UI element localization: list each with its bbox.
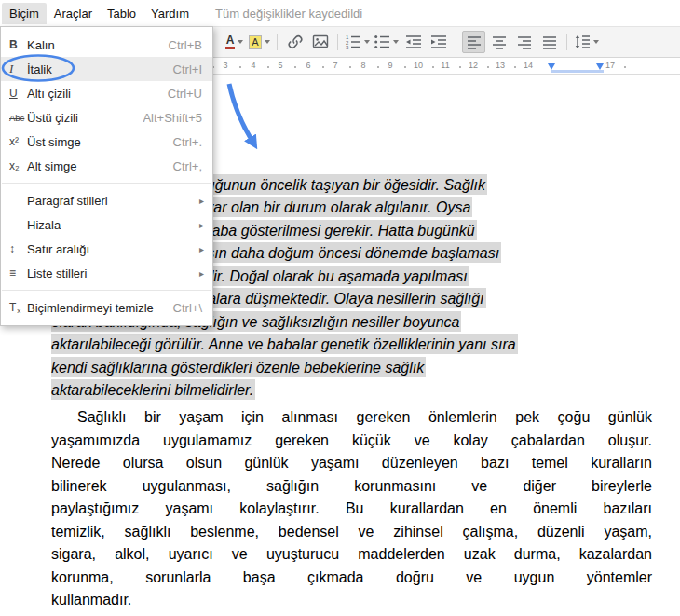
ruler-number: 10 (414, 61, 423, 70)
menu-item-label: İtalik (27, 62, 173, 76)
menu-item-label: Liste stilleri (27, 267, 199, 281)
ruler-number: 14 (524, 61, 533, 70)
ruler-number: 11 (441, 61, 449, 70)
text-line[interactable]: paylaştığımız yaşamı kolaylaştırır. Bu k… (51, 498, 652, 521)
text-line[interactable]: bilinerek uygulanması, sağlığın korunmas… (51, 475, 652, 499)
menu-item-label: Biçimlendirmeyi temizle (27, 301, 173, 315)
text-line[interactable]: korunma, sorunlarla başa çıkmada doğru v… (51, 567, 652, 590)
menu-shortcut: Ctrl+. (173, 135, 212, 149)
align-right-icon (517, 34, 532, 49)
menubar: Biçim Araçlar Tablo Yardım Tüm değişikli… (0, 0, 680, 26)
selected-text[interactable]: kendi sağlıklarına gösterdikleri özenle … (51, 357, 426, 377)
ruler-margin-marker[interactable] (596, 63, 604, 70)
line-spacing-icon (574, 34, 591, 49)
text-line[interactable]: temizlik, sağlıklı beslenme, bedensel ve… (51, 521, 652, 544)
line-spacing-icon: ↕ (1, 242, 27, 255)
link-icon (287, 34, 304, 50)
highlight-color-icon: A (249, 35, 261, 49)
menu-shortcut: Alt+Shift+5 (143, 111, 212, 125)
menubar-item-tablo[interactable]: Tablo (100, 3, 143, 24)
italic-icon: I (1, 62, 27, 76)
align-justify-button[interactable] (537, 31, 561, 53)
menubar-item-bicim[interactable]: Biçim (2, 3, 47, 24)
text-line: aktarılabileceği görülür. Anne ve babala… (51, 334, 652, 357)
ruler-tick (624, 66, 626, 68)
menu-item-alti-cizili[interactable]: U Altı çizili Ctrl+U (1, 81, 212, 105)
numbered-list-button[interactable]: 1 2 3 (344, 31, 371, 53)
image-icon (312, 34, 329, 50)
menu-item-ust-simge[interactable]: x² Üst simge Ctrl+. (1, 130, 212, 154)
submenu-arrow-icon (199, 220, 212, 230)
line-spacing-button[interactable] (573, 31, 600, 53)
menu-item-label: Alt simge (27, 159, 173, 173)
bulleted-list-button[interactable] (373, 31, 400, 53)
align-left-button[interactable] (462, 31, 485, 53)
menu-item-italik[interactable]: I İtalik Ctrl+I (1, 57, 212, 81)
menu-item-kalin[interactable]: B Kalın Ctrl+B (1, 33, 212, 57)
menu-shortcut: Ctrl+I (173, 62, 212, 76)
selected-text[interactable]: aktarabileceklerini bilmelidirler. (51, 379, 255, 400)
ruler-number: 8 (360, 61, 365, 70)
ruler-tick (322, 66, 324, 68)
menu-item-label: Üstü çizili (27, 111, 143, 125)
text-line[interactable]: yaşamımızda uygulamamız gereken küçük ve… (51, 430, 652, 453)
decrease-indent-button[interactable] (401, 31, 425, 53)
menu-item-paragraf-stilleri[interactable]: Paragraf stilleri (1, 188, 212, 212)
menubar-item-yardim[interactable]: Yardım (143, 3, 197, 24)
menu-item-label: Üst simge (27, 135, 173, 149)
submenu-arrow-icon (199, 244, 212, 254)
insert-link-button[interactable] (283, 31, 306, 53)
ruler-tick (404, 66, 406, 68)
insert-image-button[interactable] (308, 31, 332, 53)
ruler-tick (459, 66, 461, 68)
text-line[interactable]: kullanmadır. (51, 589, 652, 612)
dropdown-caret-icon (393, 40, 399, 44)
menu-item-hizala[interactable]: Hizala (1, 212, 212, 237)
text-color-icon: A (225, 34, 236, 49)
superscript-icon: x² (1, 135, 27, 148)
subscript-icon: x₂ (1, 159, 27, 172)
toolbar-separator (456, 34, 456, 50)
list-styles-icon: ≡ (1, 267, 27, 280)
text-color-button[interactable]: A (223, 31, 246, 53)
toolbar-separator (566, 34, 567, 50)
toolbar-separator (337, 34, 338, 50)
increase-indent-button[interactable] (427, 31, 450, 53)
toolbar-separator (277, 34, 278, 50)
menu-item-alt-simge[interactable]: x₂ Alt simge Ctrl+, (1, 154, 212, 178)
decrease-indent-icon (405, 34, 422, 49)
ruler-indent-marker[interactable] (548, 63, 555, 70)
menubar-item-araclar[interactable]: Araçlar (47, 3, 100, 24)
menu-item-label: Altı çizili (27, 87, 168, 101)
increase-indent-icon (430, 34, 447, 49)
strikethrough-icon: Abc (1, 113, 27, 123)
menu-item-satir-araligi[interactable]: ↕ Satır aralığı (1, 237, 212, 261)
menu-item-label: Hizala (27, 218, 199, 232)
align-right-button[interactable] (512, 31, 536, 53)
ruler-tick (432, 66, 434, 68)
ruler-number: 5 (278, 61, 282, 70)
ruler-number: 4 (251, 61, 255, 70)
align-center-button[interactable] (487, 31, 510, 53)
ruler-tick (349, 66, 351, 68)
text-line[interactable]: Sağlıklı bir yaşam için alınması gereken… (51, 406, 652, 430)
paragraph: Sağlıklı bir yaşam için alınması gereken… (51, 406, 652, 612)
menu-item-ustu-cizili[interactable]: Abc Üstü çizili Alt+Shift+5 (1, 105, 212, 130)
menu-shortcut: Ctrl+\ (173, 301, 212, 315)
underline-icon: U (1, 87, 27, 100)
submenu-arrow-icon (199, 196, 212, 206)
text-line[interactable]: Nerede olursa olsun günlük yaşamı düzenl… (51, 452, 652, 475)
menu-item-liste-stilleri[interactable]: ≡ Liste stilleri (1, 261, 212, 285)
menu-item-bicimlendirmeyi-temizle[interactable]: T Biçimlendirmeyi temizle Ctrl+\ (1, 295, 212, 320)
ruler-number: 7 (333, 61, 337, 70)
bold-icon: B (1, 38, 27, 51)
bulleted-list-icon (374, 34, 390, 49)
menu-separator (2, 290, 211, 291)
ruler-tick (377, 66, 379, 68)
menu-shortcut: Ctrl+U (168, 87, 212, 101)
text-line: kendi sağlıklarına gösterdikleri özenle … (51, 356, 652, 379)
ruler-number: 3 (223, 61, 227, 70)
highlight-color-button[interactable]: A (248, 31, 271, 53)
selected-text[interactable]: aktarılabileceği görülür. Anne ve babala… (51, 334, 518, 354)
text-line[interactable]: sigara, alkol, uyarıcı ve uyuşturucu mad… (51, 543, 652, 567)
